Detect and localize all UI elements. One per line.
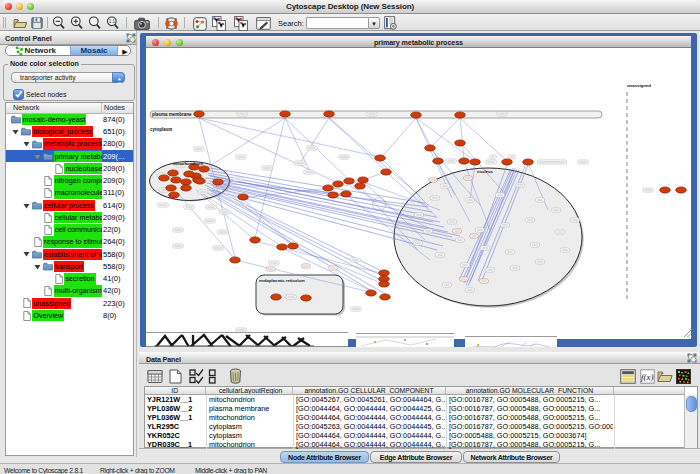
- svg-text:nucleus: nucleus: [477, 169, 493, 174]
- svg-text:1:1: 1:1: [109, 19, 116, 24]
- svg-text:mitochondrion: mitochondrion: [173, 161, 203, 166]
- svg-text:plasma membrane: plasma membrane: [152, 112, 192, 117]
- svg-text:unassigned: unassigned: [627, 83, 651, 88]
- svg-text:endoplasmic reticulum: endoplasmic reticulum: [259, 278, 305, 283]
- svg-text:f(x): f(x): [641, 372, 654, 382]
- svg-text:cytoplasm: cytoplasm: [150, 127, 172, 132]
